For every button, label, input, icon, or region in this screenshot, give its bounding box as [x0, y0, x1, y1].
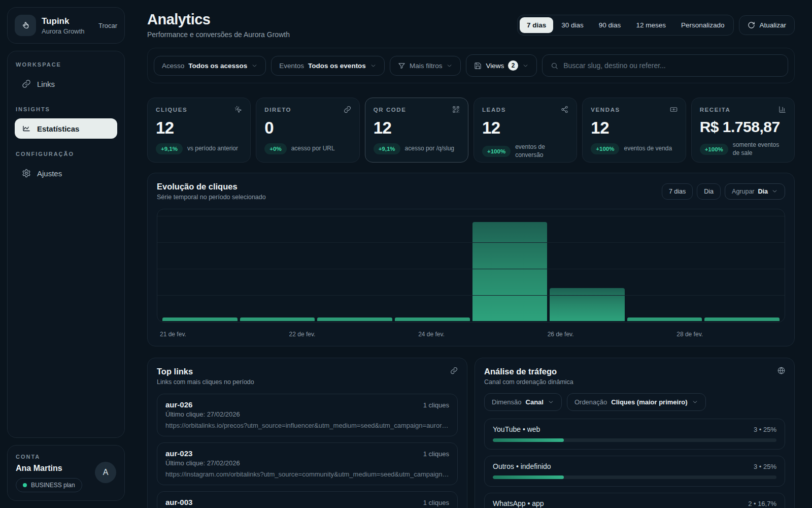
link-item-aur-023[interactable]: aur-023 1 cliques Último clique: 27/02/2…: [157, 442, 458, 485]
clicks-chart-card: Evolução de cliques Série temporal no pe…: [147, 173, 795, 346]
main-content: Analytics Performance e conversões de Au…: [125, 0, 812, 508]
refresh-button[interactable]: Atualizar: [739, 15, 795, 35]
traffic-title: Análise de tráfego: [484, 367, 573, 376]
chart-line-icon: [22, 124, 31, 133]
stat-badge: +100%: [482, 146, 511, 157]
chart-titles: Evolução de cliques Série temporal no pe…: [157, 182, 266, 201]
period-7-dias[interactable]: 7 dias: [520, 17, 553, 33]
account-card: CONTA Ana Martins BUSINESS plan A: [7, 445, 125, 501]
plan-status-dot: [23, 483, 27, 487]
top-links-header: Top links Links com mais cliques no perí…: [157, 367, 458, 386]
views-select[interactable]: Views 2: [466, 54, 537, 77]
dimension-value: Canal: [526, 398, 544, 406]
stat-label: CLIQUES: [156, 107, 187, 113]
link-item-aur-003[interactable]: aur-003 1 cliques: [157, 491, 458, 508]
stat-card-direto: DIRETO 0 +0%acesso por URL: [256, 98, 359, 163]
search-field: [542, 54, 788, 77]
traffic-titles: Análise de tráfego Canal com ordenação d…: [484, 367, 573, 386]
stat-value: 12: [591, 118, 677, 138]
sidebar-item-ajustes[interactable]: Ajustes: [15, 163, 117, 183]
views-label: Views: [486, 62, 504, 70]
search-input[interactable]: [563, 61, 780, 70]
plan-label: BUSINESS plan: [31, 482, 75, 489]
traffic-analysis-card: Análise de tráfego Canal com ordenação d…: [475, 358, 795, 508]
chevron-down-icon: [370, 62, 377, 69]
avatar[interactable]: A: [95, 462, 116, 483]
more-filters-button[interactable]: Mais filtros: [390, 56, 461, 76]
traffic-subtitle: Canal com ordenação dinâmica: [484, 378, 573, 386]
chart-unit-pill[interactable]: Dia: [697, 183, 721, 200]
stat-label: RECEITA: [700, 107, 731, 113]
section-label-config: CONFIGURAÇÃO: [16, 151, 116, 157]
link-url: https://orbitalinks.io/precos?utm_source…: [165, 422, 449, 429]
traffic-progress-fill: [493, 475, 564, 479]
refresh-icon: [748, 21, 755, 29]
funnel-icon: [398, 62, 405, 70]
top-links-list: aur-026 1 cliques Último clique: 27/02/2…: [157, 394, 458, 508]
chart-range-pill[interactable]: 7 dias: [662, 183, 693, 200]
sidebar-item-links[interactable]: Links: [15, 74, 117, 94]
stat-label: DIRETO: [264, 107, 291, 113]
ordering-value: Cliques (maior primeiro): [611, 398, 687, 406]
acesso-filter-value: Todos os acessos: [188, 62, 247, 70]
switch-workspace-button[interactable]: Trocar: [98, 22, 117, 29]
stat-card-receita: RECEITA R$ 1.758,87 +100%somente eventos…: [691, 98, 795, 163]
save-icon: [474, 62, 482, 70]
period-90-dias[interactable]: 90 dias: [592, 17, 628, 33]
stat-label: LEADS: [482, 107, 506, 113]
bar-21 de fev.: [162, 318, 238, 321]
chevron-down-icon: [251, 62, 258, 69]
stat-caption: acesso por URL: [291, 145, 335, 153]
share-icon: [561, 106, 568, 113]
page-title: Analytics: [147, 11, 290, 28]
dimension-select[interactable]: Dimensão Canal: [484, 393, 562, 411]
chart-controls: 7 dias Dia Agrupar Dia: [662, 183, 785, 200]
chart-header: Evolução de cliques Série temporal no pe…: [157, 182, 785, 201]
top-links-titles: Top links Links com mais cliques no perí…: [157, 367, 254, 386]
traffic-controls: Dimensão Canal Ordenação Cliques (maior …: [484, 393, 785, 411]
group-by-select[interactable]: Agrupar Dia: [725, 183, 785, 200]
link-slug: aur-023: [165, 449, 192, 458]
traffic-value: 2 • 16,7%: [748, 500, 776, 507]
group-by-value: Dia: [758, 188, 768, 195]
globe-icon: [777, 367, 785, 374]
x-tick: 24 de fev.: [418, 331, 445, 338]
eventos-filter-select[interactable]: Eventos Todos os eventos: [271, 56, 385, 76]
filter-bar: Acesso Todos os acessos Eventos Todos os…: [147, 48, 795, 83]
sidebar-item-estatisticas[interactable]: Estatísticas: [15, 118, 117, 139]
stat-card-qr-code: QR CODE 12 +9,1%acesso por /q/slug: [365, 98, 468, 163]
top-links-subtitle: Links com mais cliques no período: [157, 378, 254, 386]
workspace-logo: [15, 15, 36, 36]
stat-card-leads: LEADS 12 +100%eventos de conversão: [473, 98, 577, 163]
sidebar-nav: WORKSPACE Links INSIGHTS Estatísticas CO…: [7, 51, 125, 438]
ordering-select[interactable]: Ordenação Cliques (maior primeiro): [567, 393, 706, 411]
refresh-label: Atualizar: [759, 21, 786, 29]
sidebar-item-label: Estatísticas: [37, 124, 79, 133]
traffic-value: 3 • 25%: [754, 426, 776, 433]
page-header: Analytics Performance e conversões de Au…: [147, 11, 795, 39]
chevron-down-icon: [692, 399, 698, 405]
gridline: [157, 269, 785, 269]
period-30-dias[interactable]: 30 dias: [554, 17, 591, 33]
top-links-card: Top links Links com mais cliques no perí…: [147, 358, 467, 508]
stat-value: 12: [374, 118, 460, 138]
bar-chart-icon: [779, 106, 786, 113]
acesso-filter-select[interactable]: Acesso Todos os acessos: [154, 56, 266, 76]
sidebar: Tupink Aurora Growth Trocar WORKSPACE Li…: [7, 7, 125, 501]
link-clicks: 1 cliques: [423, 450, 449, 458]
period-personalizado[interactable]: Personalizado: [674, 17, 732, 33]
traffic-channel: Outros • indefinido: [493, 462, 551, 470]
stat-value: R$ 1.758,87: [700, 118, 786, 136]
period-12-meses[interactable]: 12 meses: [629, 17, 673, 33]
link-item-aur-026[interactable]: aur-026 1 cliques Último clique: 27/02/2…: [157, 394, 458, 436]
bar-23 de fev.: [317, 318, 392, 321]
link-clicks: 1 cliques: [423, 401, 449, 409]
gridline: [157, 242, 785, 243]
stat-badge: +100%: [591, 143, 619, 154]
link-clicks: 1 cliques: [423, 499, 449, 506]
qr-code-icon: [452, 106, 460, 113]
gear-icon: [22, 169, 31, 178]
x-axis-ticks: 21 de fev.22 de fev.24 de fev.26 de fev.…: [162, 327, 780, 340]
gridline: [157, 295, 785, 296]
link-slug: aur-026: [165, 400, 192, 409]
